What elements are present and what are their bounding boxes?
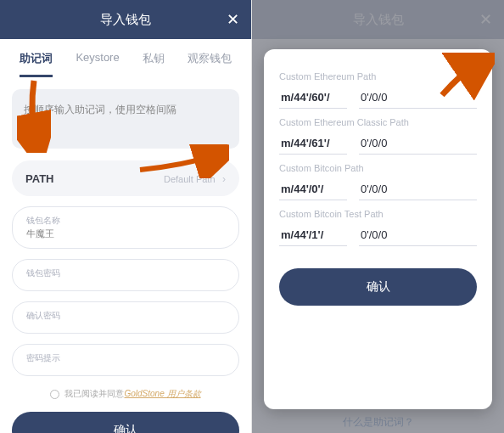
path-label: Custom Bitcoin Path <box>279 163 477 173</box>
what-is-mnemonic-link: 什么是助记词？ <box>264 415 492 430</box>
path-prefix-input[interactable]: m/44'/60'/ <box>279 87 347 109</box>
tab-mnemonic[interactable]: 助记词 <box>20 51 53 77</box>
path-label: Custom Ethereum Path <box>279 71 477 82</box>
field-label: 确认密码 <box>26 310 225 322</box>
terms-text: 我已阅读并同意 <box>64 388 124 400</box>
wallet-name-field[interactable]: 钱包名称 牛魔王 <box>12 206 239 249</box>
password-hint-field[interactable]: 密码提示 <box>12 344 239 376</box>
field-value: 牛魔王 <box>26 228 225 240</box>
path-label: Custom Bitcoin Test Path <box>279 209 477 219</box>
path-suffix-input[interactable]: 0'/0/0 <box>359 224 477 246</box>
field-label: 密码提示 <box>26 352 225 364</box>
import-wallet-screen: 导入钱包 ✕ 助记词 Keystore 私钥 观察钱包 按顺序输入助记词，使用空… <box>0 0 252 433</box>
path-suffix-input[interactable]: 0'/0/0 <box>359 87 477 109</box>
header-bar: 导入钱包 ✕ <box>0 0 251 39</box>
path-label: PATH <box>25 172 53 185</box>
path-label: Custom Ethereum Classic Path <box>279 117 477 127</box>
path-config-modal: Custom Ethereum Path m/44'/60'/ 0'/0/0 C… <box>264 49 492 409</box>
wallet-password-field[interactable]: 钱包密码 <box>12 259 239 291</box>
chevron-right-icon: › <box>222 173 226 185</box>
path-prefix-input[interactable]: m/44'/1'/ <box>279 224 347 246</box>
header-bar: 导入钱包 ✕ <box>252 0 504 39</box>
path-value: Default Path <box>164 174 216 184</box>
path-suffix-input[interactable]: 0'/0/0 <box>359 132 477 155</box>
path-group: Custom Ethereum Path m/44'/60'/ 0'/0/0 <box>279 71 477 109</box>
tab-watch-wallet[interactable]: 观察钱包 <box>188 51 232 77</box>
page-title: 导入钱包 <box>353 12 404 28</box>
tab-keystore[interactable]: Keystore <box>76 51 119 77</box>
terms-link[interactable]: GoldStone 用户条款 <box>124 388 200 400</box>
tabs: 助记词 Keystore 私钥 观察钱包 <box>0 39 251 77</box>
modal-confirm-button[interactable]: 确认 <box>279 268 477 306</box>
close-icon[interactable]: ✕ <box>227 10 239 29</box>
path-group: Custom Bitcoin Test Path m/44'/1'/ 0'/0/… <box>279 209 477 246</box>
field-label: 钱包密码 <box>26 267 225 279</box>
field-label: 钱包名称 <box>26 215 225 227</box>
confirm-password-field[interactable]: 确认密码 <box>12 301 239 334</box>
path-prefix-input[interactable]: m/44'/0'/ <box>279 178 347 200</box>
form-area: 按顺序输入助记词，使用空格间隔 PATH Default Path › 钱包名称… <box>0 77 251 433</box>
mnemonic-input[interactable]: 按顺序输入助记词，使用空格间隔 <box>12 89 239 149</box>
path-prefix-input[interactable]: m/44'/61'/ <box>279 132 347 155</box>
path-group: Custom Ethereum Classic Path m/44'/61'/ … <box>279 117 477 155</box>
close-icon: ✕ <box>479 10 492 29</box>
import-wallet-screen-modal: 导入钱包 ✕ 助记词 Keystore 私钥 观察钱包 确认 什么是助记词？ C… <box>252 0 504 433</box>
path-suffix-input[interactable]: 0'/0/0 <box>359 178 477 200</box>
page-title: 导入钱包 <box>100 12 151 28</box>
confirm-button[interactable]: 确认 <box>12 412 239 433</box>
terms-checkbox[interactable] <box>50 390 59 399</box>
path-group: Custom Bitcoin Path m/44'/0'/ 0'/0/0 <box>279 163 477 200</box>
path-selector[interactable]: PATH Default Path › <box>12 160 239 196</box>
tab-private-key[interactable]: 私钥 <box>143 51 165 77</box>
terms-row: 我已阅读并同意 GoldStone 用户条款 <box>12 388 239 400</box>
